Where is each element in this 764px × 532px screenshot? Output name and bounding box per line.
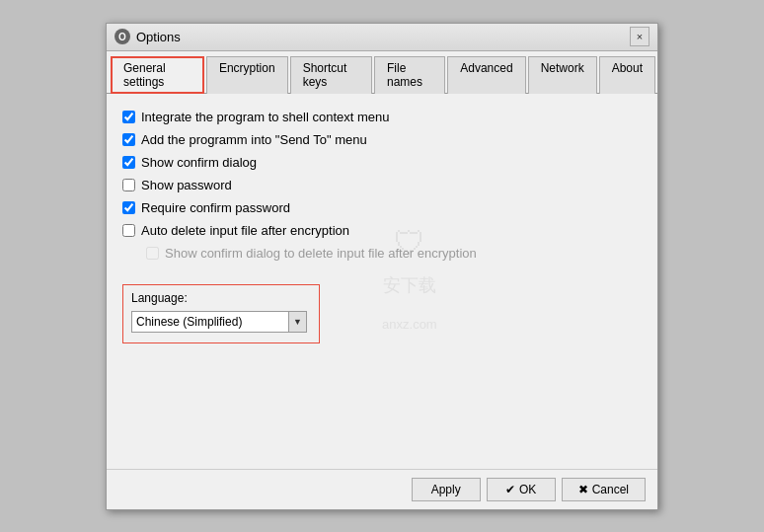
close-button[interactable]: × bbox=[630, 27, 649, 46]
checkbox-row-show-confirm: Show confirm dialog bbox=[122, 155, 642, 170]
checkbox-row-integrate: Integrate the program to shell context m… bbox=[122, 110, 642, 124]
language-select[interactable]: Chinese (Simplified) English French Germ… bbox=[131, 311, 289, 333]
options-dialog: O Options × General settings Encryption … bbox=[106, 23, 658, 510]
add-send-to-checkbox[interactable] bbox=[122, 133, 135, 146]
show-confirm-label[interactable]: Show confirm dialog bbox=[141, 155, 257, 170]
show-confirm-delete-checkbox[interactable] bbox=[146, 247, 159, 260]
language-select-arrow[interactable]: ▼ bbox=[289, 311, 307, 333]
tab-shortcut[interactable]: Shortcut keys bbox=[290, 56, 372, 94]
language-select-wrapper: Chinese (Simplified) English French Germ… bbox=[131, 311, 311, 333]
apply-button[interactable]: Apply bbox=[412, 478, 481, 501]
auto-delete-checkbox[interactable] bbox=[122, 224, 135, 237]
checkbox-row-show-password: Show password bbox=[122, 178, 642, 192]
language-group: Language: Chinese (Simplified) English F… bbox=[122, 284, 320, 343]
content-area: Integrate the program to shell context m… bbox=[107, 94, 657, 469]
show-confirm-checkbox[interactable] bbox=[122, 156, 135, 169]
show-confirm-delete-label: Show confirm dialog to delete input file… bbox=[165, 246, 477, 261]
add-send-to-label[interactable]: Add the programm into "Send To" menu bbox=[141, 132, 367, 147]
cancel-icon: ✖ bbox=[578, 483, 588, 496]
checkbox-row-auto-delete: Auto delete input file after encryption bbox=[122, 223, 642, 238]
show-password-checkbox[interactable] bbox=[122, 179, 135, 191]
require-confirm-password-label[interactable]: Require confirm password bbox=[141, 200, 290, 215]
checkbox-row-require-confirm: Require confirm password bbox=[122, 200, 642, 215]
show-password-label[interactable]: Show password bbox=[141, 178, 232, 192]
ok-label: OK bbox=[519, 483, 536, 496]
require-confirm-password-checkbox[interactable] bbox=[122, 201, 135, 214]
cancel-button[interactable]: ✖ Cancel bbox=[562, 478, 646, 501]
cancel-label: Cancel bbox=[592, 483, 629, 496]
ok-button[interactable]: ✔ OK bbox=[487, 478, 556, 501]
title-bar: O Options × bbox=[107, 24, 657, 51]
tab-filenames[interactable]: File names bbox=[374, 56, 445, 94]
checkbox-row-send-to: Add the programm into "Send To" menu bbox=[122, 132, 642, 147]
tab-about[interactable]: About bbox=[599, 56, 655, 94]
checkbox-row-show-confirm-delete: Show confirm dialog to delete input file… bbox=[122, 246, 642, 261]
footer: Apply ✔ OK ✖ Cancel bbox=[107, 469, 657, 509]
tab-encryption[interactable]: Encryption bbox=[206, 56, 288, 94]
language-label: Language: bbox=[131, 291, 311, 305]
dialog-title: Options bbox=[136, 30, 181, 44]
dialog-icon: O bbox=[115, 29, 130, 44]
tab-network[interactable]: Network bbox=[528, 56, 597, 94]
integrate-shell-label[interactable]: Integrate the program to shell context m… bbox=[141, 110, 389, 124]
dialog-body: Integrate the program to shell context m… bbox=[107, 94, 657, 469]
tab-general[interactable]: General settings bbox=[111, 56, 204, 94]
ok-icon: ✔ bbox=[505, 483, 515, 496]
auto-delete-label[interactable]: Auto delete input file after encryption bbox=[141, 223, 349, 238]
tab-bar: General settings Encryption Shortcut key… bbox=[107, 51, 657, 94]
tab-advanced[interactable]: Advanced bbox=[447, 56, 525, 94]
integrate-shell-checkbox[interactable] bbox=[122, 111, 135, 123]
